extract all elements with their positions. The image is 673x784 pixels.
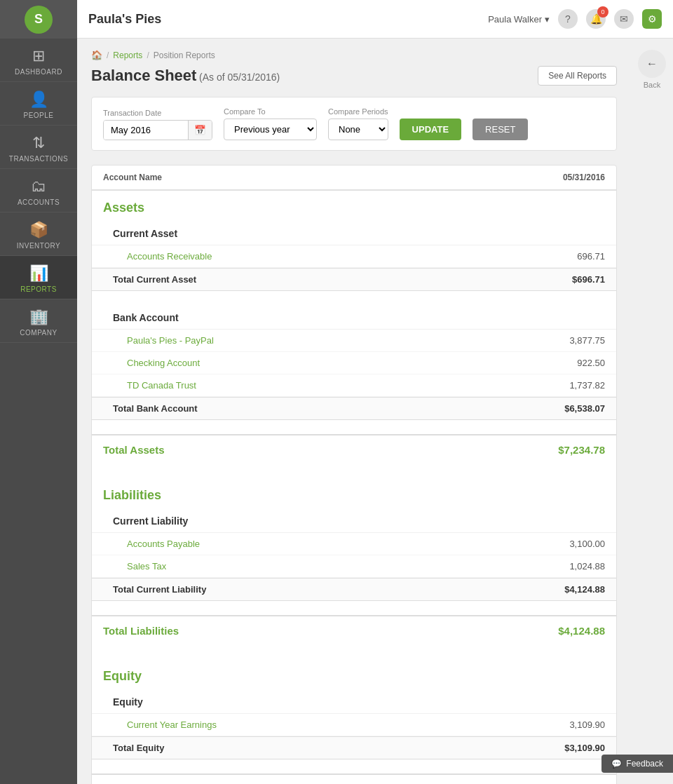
sidebar-item-dashboard[interactable]: ⊞ Dashboard bbox=[0, 39, 77, 82]
compare-periods-select[interactable]: None 1 2 3 bbox=[328, 119, 388, 140]
compare-periods-label: Compare Periods bbox=[328, 107, 388, 116]
current-liability-subsection-title: Current Liability bbox=[92, 508, 616, 533]
total-amount: $696.71 bbox=[572, 274, 605, 285]
total-equity-row: Total Equity $3,109.90 bbox=[92, 773, 616, 784]
feedback-button[interactable]: 💬 Feedback bbox=[601, 755, 673, 773]
table-row: Accounts Receivable 696.71 bbox=[92, 245, 616, 268]
total-equity-sub-row: Total Equity $3,109.90 bbox=[92, 736, 616, 759]
home-icon[interactable]: 🏠 bbox=[91, 50, 102, 60]
feedback-icon: 💬 bbox=[611, 759, 622, 769]
table-row: Paula's Pies - PayPal 3,877.75 bbox=[92, 330, 616, 352]
transaction-date-input[interactable] bbox=[104, 121, 188, 140]
total-assets-row: Total Assets $7,234.78 bbox=[92, 434, 616, 464]
reports-icon: 📊 bbox=[29, 264, 48, 283]
transactions-icon: ⇅ bbox=[32, 134, 45, 152]
notifications-button[interactable]: 🔔 0 bbox=[586, 9, 606, 29]
logo-icon: S bbox=[25, 6, 53, 34]
sidebar-item-label: Company bbox=[20, 329, 57, 337]
column-date: 05/31/2016 bbox=[563, 173, 605, 182]
user-name: Paula Walker bbox=[488, 14, 542, 25]
total-label: Total Bank Account bbox=[113, 403, 198, 414]
back-label: Back bbox=[644, 81, 660, 89]
sidebar-item-label: People bbox=[23, 111, 53, 119]
dashboard-icon: ⊞ bbox=[32, 47, 45, 65]
company-icon: 🏢 bbox=[29, 308, 48, 326]
grand-total-amount: $4,124.88 bbox=[558, 625, 605, 637]
assets-section-title: Assets bbox=[92, 191, 616, 221]
filter-bar: Transaction Date 📅 Compare To Previous y… bbox=[91, 97, 617, 151]
account-name[interactable]: TD Canada Trust bbox=[127, 380, 196, 391]
sidebar: S ⊞ Dashboard 👤 People ⇅ Transactions 🗂 … bbox=[0, 0, 77, 784]
equity-subsection-title: Equity bbox=[92, 689, 616, 714]
user-dropdown-arrow: ▾ bbox=[545, 14, 550, 25]
account-name[interactable]: Accounts Payable bbox=[127, 539, 200, 549]
calendar-button[interactable]: 📅 bbox=[188, 121, 212, 140]
account-amount: 922.50 bbox=[577, 358, 605, 368]
total-current-asset-row: Total Current Asset $696.71 bbox=[92, 268, 616, 291]
report-card: Account Name 05/31/2016 Assets Current A… bbox=[91, 165, 617, 784]
account-name[interactable]: Paula's Pies - PayPal bbox=[127, 335, 214, 346]
transaction-date-input-wrap: 📅 bbox=[103, 120, 212, 140]
sidebar-item-reports[interactable]: 📊 Reports bbox=[0, 256, 77, 299]
help-button[interactable]: ? bbox=[558, 9, 578, 29]
total-label: Total Current Liability bbox=[113, 584, 206, 595]
bank-account-subsection-title: Bank Account bbox=[92, 305, 616, 330]
equity-section-title: Equity bbox=[92, 659, 616, 689]
total-amount: $6,538.07 bbox=[564, 403, 605, 414]
account-name[interactable]: Current Year Earnings bbox=[127, 719, 217, 730]
topbar-right: Paula Walker ▾ ? 🔔 0 ✉ ⚙ bbox=[488, 9, 662, 29]
total-current-liability-row: Total Current Liability $4,124.88 bbox=[92, 578, 616, 601]
content-area: 🏠 / Reports / Position Reports Balance S… bbox=[77, 39, 673, 784]
reset-button[interactable]: RESET bbox=[473, 119, 528, 140]
sidebar-item-inventory[interactable]: 📦 Inventory bbox=[0, 212, 77, 256]
compare-to-select[interactable]: Previous year Previous period None bbox=[224, 119, 317, 140]
grand-total-label: Total Liabilities bbox=[103, 625, 179, 637]
total-amount: $4,124.88 bbox=[564, 584, 605, 595]
sidebar-item-transactions[interactable]: ⇅ Transactions bbox=[0, 126, 77, 169]
page-header: Balance Sheet (As of 05/31/2016) See All… bbox=[91, 66, 617, 86]
total-label: Total Current Asset bbox=[113, 274, 196, 285]
notification-count: 0 bbox=[597, 6, 609, 18]
total-liabilities-row: Total Liabilities $4,124.88 bbox=[92, 615, 616, 645]
account-name[interactable]: Checking Account bbox=[127, 358, 200, 368]
sidebar-item-company[interactable]: 🏢 Company bbox=[0, 299, 77, 343]
account-amount: 3,109.90 bbox=[569, 719, 605, 730]
account-amount: 1,737.82 bbox=[569, 380, 605, 391]
sidebar-item-label: Inventory bbox=[17, 242, 60, 250]
table-row: Current Year Earnings 3,109.90 bbox=[92, 714, 616, 736]
topbar: Paula's Pies Paula Walker ▾ ? 🔔 0 ✉ ⚙ bbox=[77, 0, 673, 39]
sidebar-item-label: Transactions bbox=[9, 155, 68, 163]
breadcrumb-position-reports: Position Reports bbox=[154, 50, 215, 60]
sidebar-item-label: Reports bbox=[20, 285, 57, 293]
update-button[interactable]: UPDATE bbox=[400, 119, 461, 140]
messages-button[interactable]: ✉ bbox=[614, 9, 634, 29]
sidebar-item-people[interactable]: 👤 People bbox=[0, 82, 77, 126]
sidebar-item-accounts[interactable]: 🗂 Accounts bbox=[0, 169, 77, 212]
settings-button[interactable]: ⚙ bbox=[642, 9, 662, 29]
back-panel: ← Back bbox=[631, 39, 673, 784]
account-amount: 696.71 bbox=[577, 251, 605, 262]
feedback-label: Feedback bbox=[626, 759, 663, 769]
user-menu[interactable]: Paula Walker ▾ bbox=[488, 14, 550, 25]
transaction-date-group: Transaction Date 📅 bbox=[103, 109, 212, 140]
current-asset-subsection-title: Current Asset bbox=[92, 221, 616, 245]
page-title: Balance Sheet (As of 05/31/2016) bbox=[91, 67, 280, 85]
liabilities-section-title: Liabilities bbox=[92, 478, 616, 508]
compare-to-label: Compare To bbox=[224, 107, 317, 116]
back-button[interactable]: ← bbox=[638, 50, 666, 78]
grand-total-amount: $7,234.78 bbox=[558, 444, 605, 456]
accounts-icon: 🗂 bbox=[31, 177, 46, 196]
account-amount: 1,024.88 bbox=[569, 561, 605, 572]
see-all-reports-button[interactable]: See All Reports bbox=[538, 66, 617, 86]
report-header: Account Name 05/31/2016 bbox=[92, 165, 616, 191]
app-logo: S bbox=[0, 0, 77, 39]
people-icon: 👤 bbox=[29, 90, 48, 109]
sidebar-item-label: Dashboard bbox=[15, 68, 62, 76]
account-name[interactable]: Accounts Receivable bbox=[127, 251, 212, 262]
compare-periods-group: Compare Periods None 1 2 3 bbox=[328, 107, 388, 140]
account-name[interactable]: Sales Tax bbox=[127, 561, 166, 572]
grand-total-label: Total Assets bbox=[103, 444, 165, 456]
breadcrumb-reports[interactable]: Reports bbox=[113, 50, 142, 60]
company-title: Paula's Pies bbox=[88, 12, 161, 27]
column-account-name: Account Name bbox=[103, 173, 162, 182]
